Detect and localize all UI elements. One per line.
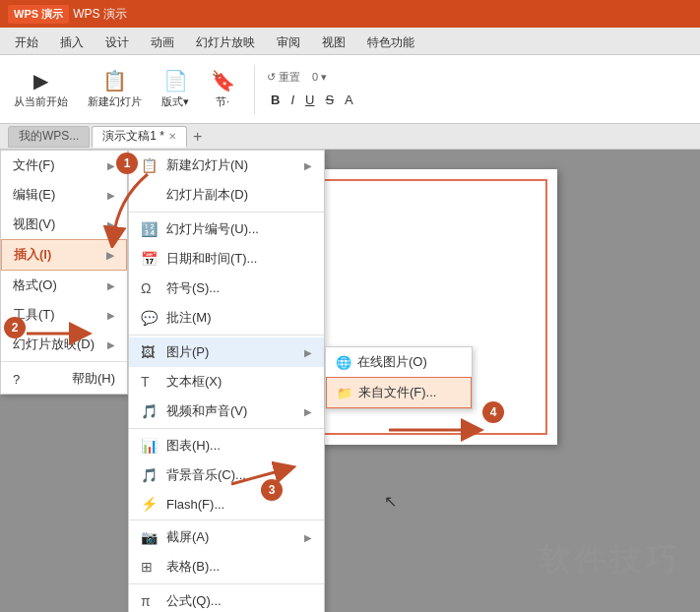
submenu-image-label: 图片(P) (166, 343, 304, 361)
help-icon: ? (13, 372, 20, 387)
image-icon: 🖼 (141, 344, 160, 360)
sub-sep-5 (129, 583, 324, 584)
tab-review[interactable]: 审阅 (266, 31, 311, 54)
menu-help[interactable]: ? 帮助(H) (1, 364, 127, 394)
tab-animation[interactable]: 动画 (140, 31, 185, 54)
font-color-btn[interactable]: A (341, 91, 357, 109)
title-bar: WPS 演示 WPS 演示 (0, 0, 700, 28)
submenu-slide-number[interactable]: 🔢 幻灯片编号(U)... (129, 214, 324, 244)
italic-btn[interactable]: I (286, 91, 298, 109)
layout-btn[interactable]: 📄 版式▾ (156, 65, 195, 113)
submenu-symbol-label: 符号(S)... (166, 279, 312, 297)
menu-help-label: 帮助(H) (72, 370, 115, 388)
doc-tab-presentation[interactable]: 演示文稿1 * ✕ (92, 126, 187, 148)
step-3-badge: 3 (261, 479, 283, 501)
submenu-chart[interactable]: 📊 图表(H)... (129, 431, 324, 460)
submenu-textbox[interactable]: T 文本框(X) (129, 367, 324, 397)
submenu-new-slide-label: 新建幻灯片(N) (166, 156, 304, 174)
menu-edit-arrow: ▶ (107, 190, 115, 201)
submenu-screenshot[interactable]: 📷 截屏(A) ▶ (129, 522, 324, 552)
submenu-flash[interactable]: ⚡ Flash(F)... (129, 490, 324, 518)
layout-label: 版式▾ (161, 94, 189, 109)
submenu-comment[interactable]: 💬 批注(M) (129, 303, 324, 333)
tab-design[interactable]: 设计 (95, 31, 140, 54)
online-icon: 🌐 (336, 355, 351, 370)
formula-icon: π (141, 593, 160, 609)
online-image-item[interactable]: 🌐 在线图片(O) (326, 347, 472, 377)
menu-view-arrow: ▶ (107, 219, 115, 230)
calendar-icon: 📅 (141, 251, 160, 267)
menu-format-label: 格式(O) (13, 276, 57, 294)
tab-start[interactable]: 开始 (4, 31, 49, 54)
menu-edit[interactable]: 编辑(E) ▶ (1, 180, 127, 210)
submenu-image-arrow: ▶ (304, 347, 312, 358)
sub-sep-1 (129, 212, 324, 213)
tab-special[interactable]: 特色功能 (356, 31, 425, 54)
comment-icon: 💬 (141, 310, 160, 326)
submenu-chart-label: 图表(H)... (166, 437, 312, 455)
submenu-textbox-label: 文本框(X) (166, 373, 312, 391)
menu-separator (1, 361, 127, 362)
submenu-datetime[interactable]: 📅 日期和时间(T)... (129, 244, 324, 274)
menu-view[interactable]: 视图(V) ▶ (1, 210, 127, 239)
submenu-video-audio[interactable]: 🎵 视频和声音(V) ▶ (129, 397, 324, 426)
menu-view-label: 视图(V) (13, 215, 55, 233)
menu-slideshow-label: 幻灯片放映(D) (13, 336, 95, 353)
menu-file[interactable]: 文件(F) ▶ (1, 151, 127, 180)
submenu-image[interactable]: 🖼 图片(P) ▶ (129, 337, 324, 367)
main-area: 软件技巧 文件(F) ▶ 编辑(E) ▶ 视图(V) ▶ 插入(I) ▶ 格式(… (0, 150, 700, 612)
tab-slideshow[interactable]: 幻灯片放映 (185, 31, 266, 54)
doc-tab-mywps-label: 我的WPS... (19, 128, 79, 145)
menu-file-arrow: ▶ (107, 160, 115, 171)
submenu-flash-label: Flash(F)... (166, 497, 312, 512)
bold-btn[interactable]: B (267, 91, 284, 109)
tab-view[interactable]: 视图 (311, 31, 356, 54)
submenu-new-slide[interactable]: 📋 新建幻灯片(N) ▶ (129, 151, 324, 180)
menu-slideshow-arrow: ▶ (107, 339, 115, 350)
from-file-label: 来自文件(F)... (358, 384, 436, 401)
submenu-datetime-label: 日期和时间(T)... (166, 250, 312, 268)
submenu-duplicate-label: 幻灯片副本(D) (166, 186, 312, 204)
doc-tab-presentation-label: 演示文稿1 * (102, 128, 164, 145)
submenu-formula[interactable]: π 公式(Q)... (129, 586, 324, 612)
step-2-badge: 2 (4, 317, 26, 338)
menu-insert[interactable]: 插入(I) ▶ (1, 239, 127, 271)
file-icon: 📁 (337, 386, 352, 400)
tab-insert[interactable]: 插入 (49, 31, 95, 54)
submenu-video-audio-label: 视频和声音(V) (166, 402, 304, 420)
submenu-duplicate-slide[interactable]: 幻灯片副本(D) (129, 180, 324, 210)
online-image-label: 在线图片(O) (357, 353, 427, 371)
title-text: WPS 演示 (73, 6, 692, 23)
start-slideshow-btn[interactable]: ▶ 从当前开始 (8, 65, 74, 113)
step-1-badge: 1 (116, 153, 138, 174)
ribbon-divider-1 (254, 65, 255, 114)
repeat-label: ↺ 重置 (267, 70, 300, 85)
new-slide-btn[interactable]: 📋 新建幻灯片 (82, 65, 148, 113)
submenu-symbol[interactable]: Ω 符号(S)... (129, 274, 324, 303)
doc-tab-mywps[interactable]: 我的WPS... (8, 126, 90, 148)
submenu-bg-music-label: 背景音乐(C)... (166, 466, 312, 484)
wps-logo: WPS 演示 (8, 5, 69, 24)
table-icon: ⊞ (141, 559, 160, 575)
image-submenu: 🌐 在线图片(O) 📁 来自文件(F)... (325, 346, 473, 409)
submenu-screenshot-label: 截屏(A) (166, 528, 304, 546)
from-file-item[interactable]: 📁 来自文件(F)... (326, 377, 472, 408)
doc-tab-close[interactable]: ✕ (168, 131, 176, 142)
menu-insert-label: 插入(I) (14, 246, 51, 264)
menu-format[interactable]: 格式(O) ▶ (1, 271, 127, 300)
doc-tabs: 我的WPS... 演示文稿1 * ✕ + (0, 124, 700, 150)
chart-icon: 📊 (141, 438, 160, 454)
layout-icon: 📄 (163, 69, 188, 92)
submenu-table[interactable]: ⊞ 表格(B)... (129, 552, 324, 581)
strikethrough-btn[interactable]: S (321, 91, 338, 109)
mouse-cursor: ↖ (384, 492, 397, 511)
section-btn[interactable]: 🔖 节· (203, 65, 242, 113)
underline-btn[interactable]: U (301, 91, 318, 109)
music-icon: 🎵 (141, 467, 160, 483)
omega-icon: Ω (141, 280, 160, 296)
textbox-icon: T (141, 374, 160, 390)
flash-icon: ⚡ (141, 496, 160, 512)
submenu-table-label: 表格(B)... (166, 558, 312, 576)
add-tab-btn[interactable]: + (189, 128, 206, 146)
submenu-bg-music[interactable]: 🎵 背景音乐(C)... (129, 460, 324, 490)
